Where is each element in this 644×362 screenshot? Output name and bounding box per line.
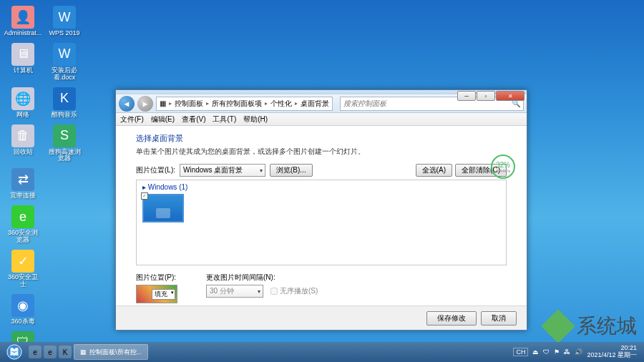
content-area: 32% 4.84K/s 选择桌面背景 单击某个图片使其成为您的桌面背景，或选择多… bbox=[116, 126, 527, 305]
desktop-icon[interactable]: 🌐网络 bbox=[6, 87, 40, 119]
desktop-icon[interactable]: e360安全浏览器 bbox=[6, 205, 40, 244]
tray-network-icon[interactable]: 🖧 bbox=[564, 348, 570, 356]
thumb-checkbox[interactable]: ✓ bbox=[141, 192, 148, 200]
desktop-icon[interactable]: K酷狗音乐 bbox=[47, 87, 82, 119]
badge-speed: 4.84K/s bbox=[496, 169, 510, 173]
taskbar-item-control-panel[interactable]: ▦ 控制面板\所有控... bbox=[74, 344, 148, 360]
desktop-icons-grid: 👤Administrat...WWPS 2019🖥计算机W安装后必看.docx🌐… bbox=[6, 6, 83, 362]
desktop-icon[interactable]: S搜狗高速浏览器 bbox=[47, 124, 82, 163]
desktop-icon[interactable]: 🖥计算机 bbox=[6, 43, 40, 82]
back-button[interactable]: ◄ bbox=[119, 96, 135, 112]
menu-item[interactable]: 编辑(E) bbox=[151, 114, 175, 124]
quick-launch: e e K bbox=[29, 346, 72, 358]
folder-icon: ▦ bbox=[80, 348, 87, 356]
tray-shield-icon[interactable]: 🛡 bbox=[543, 348, 550, 356]
wallpaper-thumb[interactable]: ✓ bbox=[142, 194, 184, 222]
menu-item[interactable]: 文件(F) bbox=[120, 114, 144, 124]
breadcrumb-item[interactable]: 控制面板 bbox=[175, 99, 203, 109]
tray-icon[interactable]: ⏏ bbox=[532, 348, 539, 356]
select-all-button[interactable]: 全选(A) bbox=[416, 164, 452, 177]
speed-badge: 32% 4.84K/s bbox=[491, 155, 515, 179]
task-label: 控制面板\所有控... bbox=[89, 348, 142, 357]
desktop-icon[interactable]: 👤Administrat... bbox=[6, 6, 40, 37]
close-button[interactable]: ✕ bbox=[496, 91, 525, 101]
position-label: 图片位置(P): bbox=[136, 273, 177, 283]
taskbar: e e K ▦ 控制面板\所有控... CH ⏏ 🛡 ⚑ 🖧 🔊 20:21 2… bbox=[0, 342, 644, 362]
clock[interactable]: 20:21 2021/4/12 星期一 bbox=[587, 345, 637, 359]
desktop-icon[interactable]: ⇄宽带连接 bbox=[6, 168, 40, 200]
desktop-icon[interactable]: ✓360安全卫士 bbox=[6, 250, 40, 288]
watermark: 系统城 WWW.XITONGCHENG.COM bbox=[544, 312, 637, 341]
quick-kugou-icon[interactable]: K bbox=[59, 346, 72, 358]
page-title: 选择桌面背景 bbox=[136, 133, 507, 144]
cancel-button[interactable]: 取消 bbox=[481, 311, 517, 326]
breadcrumb-item[interactable]: 桌面背景 bbox=[301, 99, 329, 109]
location-row: 图片位置(L): Windows 桌面背景 浏览(B)... 全选(A) 全部清… bbox=[136, 164, 507, 177]
watermark-logo bbox=[544, 312, 572, 341]
interval-label: 更改图片时间间隔(N): bbox=[206, 273, 318, 283]
breadcrumb-icon: ▦ bbox=[160, 99, 166, 107]
quick-browser-icon[interactable]: e bbox=[44, 346, 57, 358]
desktop-icon[interactable]: WWPS 2019 bbox=[47, 6, 82, 37]
group-header[interactable]: ▸ Windows (1) bbox=[142, 183, 500, 191]
browse-button[interactable]: 浏览(B)... bbox=[270, 164, 313, 177]
breadcrumb[interactable]: ▦▸控制面板▸所有控制面板项▸个性化▸桌面背景 bbox=[156, 97, 333, 111]
menu-item[interactable]: 工具(T) bbox=[213, 114, 236, 124]
menu-bar: 文件(F)编辑(E)查看(V)工具(T)帮助(H) bbox=[116, 113, 527, 126]
breadcrumb-item[interactable]: 个性化 bbox=[270, 99, 292, 109]
quick-ie-icon[interactable]: e bbox=[29, 346, 42, 358]
save-button[interactable]: 保存修改 bbox=[426, 311, 477, 326]
breadcrumb-item[interactable]: 所有控制面板项 bbox=[212, 99, 262, 109]
tray-volume-icon[interactable]: 🔊 bbox=[575, 348, 582, 356]
forward-button[interactable]: ► bbox=[137, 96, 153, 112]
tray-flag-icon[interactable]: ⚑ bbox=[554, 348, 560, 356]
control-panel-window: ─ ▫ ✕ ◄ ► ▦▸控制面板▸所有控制面板项▸个性化▸桌面背景 🔍 文件(F… bbox=[115, 89, 527, 331]
interval-dropdown[interactable]: 30 分钟 bbox=[206, 285, 263, 298]
menu-item[interactable]: 查看(V) bbox=[182, 114, 205, 124]
page-subtitle: 单击某个图片使其成为您的桌面背景，或选择多个图片创建一个幻灯片。 bbox=[136, 147, 507, 157]
desktop-icon[interactable]: 🗑回收站 bbox=[6, 124, 40, 163]
position-dropdown[interactable]: 填充 bbox=[136, 285, 177, 303]
location-dropdown[interactable]: Windows 桌面背景 bbox=[180, 164, 265, 177]
minimize-button[interactable]: ─ bbox=[457, 91, 476, 101]
desktop-icon[interactable]: W安装后必看.docx bbox=[47, 43, 82, 82]
badge-percent: 32% bbox=[496, 161, 510, 169]
options-row: 图片位置(P): 填充 更改图片时间间隔(N): 30 分钟 无序播放(S) bbox=[136, 273, 507, 303]
menu-item[interactable]: 帮助(H) bbox=[243, 114, 268, 124]
watermark-text: 系统城 bbox=[577, 313, 637, 340]
picture-list: ▸ Windows (1) ✓ bbox=[136, 180, 507, 265]
dialog-footer: 保存修改 取消 bbox=[116, 305, 527, 330]
start-button[interactable] bbox=[3, 343, 26, 361]
window-controls: ─ ▫ ✕ bbox=[457, 91, 525, 101]
ime-indicator[interactable]: CH bbox=[513, 348, 528, 356]
system-tray: CH ⏏ 🛡 ⚑ 🖧 🔊 20:21 2021/4/12 星期一 bbox=[513, 345, 641, 359]
shuffle-checkbox[interactable]: 无序播放(S) bbox=[270, 286, 318, 296]
desktop-icon[interactable]: ◉360杀毒 bbox=[6, 294, 40, 326]
maximize-button[interactable]: ▫ bbox=[477, 91, 495, 101]
location-label: 图片位置(L): bbox=[136, 165, 175, 175]
